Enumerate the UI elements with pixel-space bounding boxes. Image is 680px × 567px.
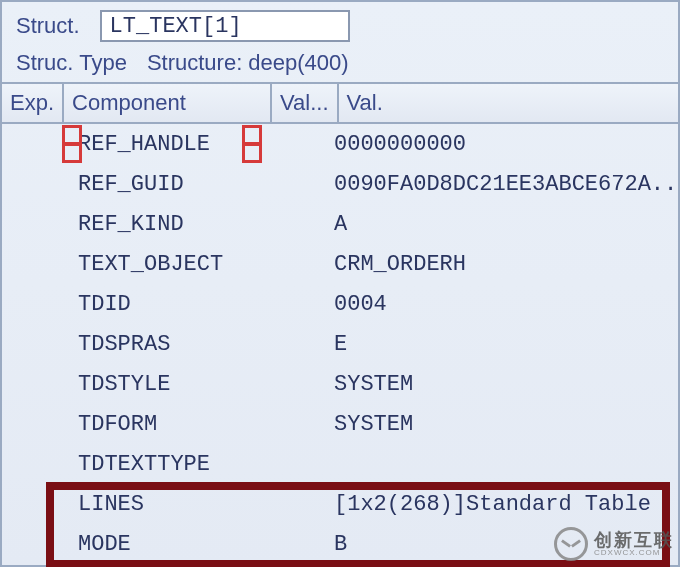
value-cell[interactable]: 0004 <box>328 292 678 317</box>
watermark: 创新互联 CDXWCX.COM <box>554 527 674 561</box>
component-cell[interactable]: MODE <box>60 532 268 557</box>
table-row[interactable]: TDSTYLE SYSTEM <box>2 364 678 404</box>
debugger-panel: Struct. LT_TEXT[1] Struc. Type Structure… <box>0 0 680 567</box>
value-cell[interactable]: SYSTEM <box>328 372 678 397</box>
struct-type-value: Structure: deep(400) <box>147 50 349 76</box>
component-cell[interactable]: TDFORM <box>60 412 268 437</box>
table-row[interactable]: TDID 0004 <box>2 284 678 324</box>
watermark-icon <box>554 527 588 561</box>
value-cell[interactable]: 0090FA0D8DC21EE3ABCE672A... <box>328 172 678 197</box>
table-row[interactable]: REF_KIND A <box>2 204 678 244</box>
component-cell[interactable]: REF_KIND <box>60 212 268 237</box>
watermark-main: 创新互联 <box>594 531 674 549</box>
value-cell[interactable]: [1x2(268)]Standard Table <box>328 492 678 517</box>
col-val[interactable]: Val. <box>339 84 678 122</box>
value-cell[interactable]: CRM_ORDERH <box>328 252 678 277</box>
table-row[interactable]: TEXT_OBJECT CRM_ORDERH <box>2 244 678 284</box>
struct-row: Struct. LT_TEXT[1] <box>2 2 678 46</box>
table-row[interactable]: TDTEXTTYPE <box>2 444 678 484</box>
table-header: Exp. Component Val... Val. <box>2 84 678 124</box>
component-cell[interactable]: TDSPRAS <box>60 332 268 357</box>
component-cell[interactable]: TDSTYLE <box>60 372 268 397</box>
table-row[interactable]: TDFORM SYSTEM <box>2 404 678 444</box>
struct-label: Struct. <box>16 13 80 39</box>
component-cell[interactable]: TEXT_OBJECT <box>60 252 268 277</box>
col-exp[interactable]: Exp. <box>2 84 64 122</box>
struct-input[interactable]: LT_TEXT[1] <box>100 10 350 42</box>
watermark-sub: CDXWCX.COM <box>594 549 674 557</box>
col-val-type[interactable]: Val... <box>272 84 339 122</box>
table-row[interactable]: REF_GUID 0090FA0D8DC21EE3ABCE672A... <box>2 164 678 204</box>
struct-type-label: Struc. Type <box>16 50 127 76</box>
value-cell[interactable]: E <box>328 332 678 357</box>
col-component[interactable]: Component <box>64 84 272 122</box>
table-row[interactable]: TDSPRAS E <box>2 324 678 364</box>
struct-input-value: LT_TEXT[1] <box>110 14 242 39</box>
struct-type-row: Struc. Type Structure: deep(400) <box>2 46 678 84</box>
table-row[interactable]: LINES [1x2(268)]Standard Table <box>2 484 678 524</box>
value-cell[interactable]: SYSTEM <box>328 412 678 437</box>
value-cell[interactable]: A <box>328 212 678 237</box>
table-body: REF_HANDLE 0000000000 REF_GUID 0090FA0D8… <box>2 124 678 564</box>
value-cell[interactable]: 0000000000 <box>328 132 678 157</box>
component-cell[interactable]: REF_GUID <box>60 172 268 197</box>
component-cell[interactable]: TDID <box>60 292 268 317</box>
table-row[interactable]: REF_HANDLE 0000000000 <box>2 124 678 164</box>
component-cell[interactable]: REF_HANDLE <box>60 132 268 157</box>
component-cell[interactable]: LINES <box>60 492 268 517</box>
component-cell[interactable]: TDTEXTTYPE <box>60 452 268 477</box>
